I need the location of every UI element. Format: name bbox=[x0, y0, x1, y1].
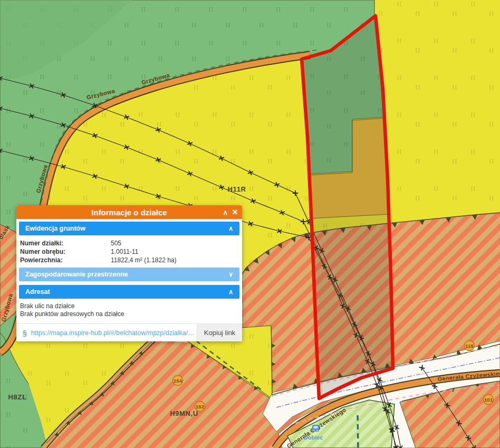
parcel-link-row: § https://mapa.inspire-hub.pl/#/belchato… bbox=[16, 323, 242, 341]
field-label: Powierzchnia: bbox=[20, 256, 111, 264]
field-value: 11822,4 m² (1.1822 ha) bbox=[111, 256, 177, 264]
chevron-down-icon: ∨ bbox=[228, 271, 233, 278]
section-label: Adresat bbox=[25, 288, 50, 296]
plot-badge-101: 101 bbox=[484, 395, 494, 405]
popup-header[interactable]: Informacje o działce ∧ × bbox=[16, 205, 242, 219]
bus-stop-icon[interactable] bbox=[312, 425, 319, 432]
plot-badge-152: 152 bbox=[195, 402, 205, 412]
adresat-line: Brak ulic na działce bbox=[20, 302, 238, 310]
plot-badge-118: 118 bbox=[465, 341, 475, 351]
field-label: Numer działki: bbox=[20, 239, 111, 247]
collapse-icon[interactable]: ∧ bbox=[223, 209, 228, 216]
section-adresat[interactable]: Adresat ∧ bbox=[19, 285, 239, 299]
section-label: Zagospodarowanie przestrzenne bbox=[25, 271, 128, 278]
link-chain-icon: § bbox=[16, 329, 31, 337]
field-label: Numer obrębu: bbox=[20, 247, 111, 256]
field-row: Powierzchnia: 11822,4 m² (1.1822 ha) bbox=[20, 256, 238, 264]
bus-stop-label: Dobiec bbox=[304, 434, 323, 441]
ewidencja-fields: Numer działki: 505 Numer obrębu: 1.0011-… bbox=[19, 237, 239, 268]
section-label: Ewidencja gruntów bbox=[25, 225, 85, 232]
plot-badge-154: 154 bbox=[173, 376, 183, 386]
svg-text:118: 118 bbox=[465, 343, 473, 349]
popup-body: Ewidencja gruntów ∧ Numer działki: 505 N… bbox=[16, 219, 242, 341]
field-value: 505 bbox=[111, 239, 121, 247]
chevron-up-icon: ∧ bbox=[228, 225, 233, 232]
copy-link-button[interactable]: Kopiuj link bbox=[197, 324, 242, 341]
close-icon[interactable]: × bbox=[232, 207, 238, 217]
svg-text:154: 154 bbox=[174, 378, 182, 384]
popup-title: Informacje o działce bbox=[16, 208, 242, 217]
adresat-content: Brak ulic na działce Brak punktów adreso… bbox=[19, 301, 239, 322]
svg-text:101: 101 bbox=[484, 397, 493, 403]
parcel-info-popup: Informacje o działce ∧ × Ewidencja grunt… bbox=[16, 205, 242, 341]
adresat-line: Brak punktów adresowych na działce bbox=[20, 310, 238, 318]
section-ewidencja-gruntow[interactable]: Ewidencja gruntów ∧ bbox=[19, 222, 239, 235]
zone-label-h11r: H11R bbox=[228, 185, 246, 193]
field-value: 1.0011-11 bbox=[111, 247, 138, 256]
parcel-link-url[interactable]: https://mapa.inspire-hub.pl/#/belchatow/… bbox=[31, 329, 197, 337]
chevron-up-icon: ∧ bbox=[228, 288, 233, 296]
field-row: Numer działki: 505 bbox=[20, 239, 238, 247]
zone-label-h9mnu: H9MN,U bbox=[170, 409, 198, 417]
field-row: Numer obrębu: 1.0011-11 bbox=[20, 247, 238, 256]
svg-text:152: 152 bbox=[196, 404, 204, 409]
zone-label-h8zl: H8ZL bbox=[8, 393, 27, 401]
section-zagospodarowanie[interactable]: Zagospodarowanie przestrzenne ∨ bbox=[19, 268, 239, 281]
